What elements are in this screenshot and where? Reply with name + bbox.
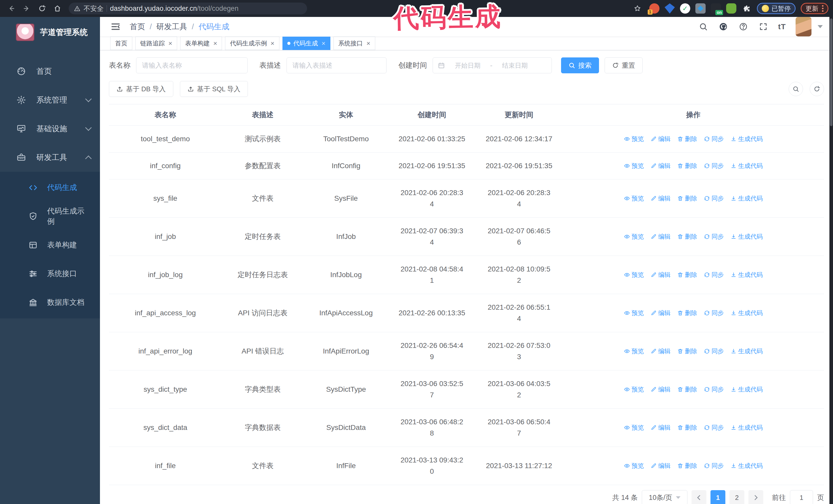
reset-button[interactable]: 重置 [604,57,643,73]
preview-link[interactable]: 预览 [624,384,644,395]
generate-code-link[interactable]: 生成代码 [731,193,763,204]
edit-link[interactable]: 编辑 [650,384,670,395]
bookmark-star-icon[interactable] [631,2,644,15]
delete-link[interactable]: 删除 [677,269,697,281]
import-db-button[interactable]: 基于 DB 导入 [109,81,173,97]
generate-code-link[interactable]: 生成代码 [731,133,763,145]
sync-link[interactable]: 同步 [704,345,724,357]
extensions-puzzle-icon[interactable] [741,3,752,14]
close-icon[interactable]: × [270,40,274,47]
address-bar[interactable]: 不安全 dashboard.yudao.iocoder.cn/tool/code… [69,3,307,14]
preview-link[interactable]: 预览 [624,160,644,171]
breadcrumb-home[interactable]: 首页 [130,22,145,32]
back-icon[interactable] [5,2,18,15]
sync-link[interactable]: 同步 [704,231,724,242]
sync-link[interactable]: 同步 [704,269,724,281]
goto-page-input[interactable] [790,490,813,504]
extension-check-icon[interactable]: ✓ [680,3,690,14]
sync-link[interactable]: 同步 [704,160,724,171]
sidebar-item[interactable]: 基础设施 [0,114,100,143]
generate-code-link[interactable]: 生成代码 [731,460,763,472]
font-size-icon[interactable]: tT [778,22,786,31]
search-icon[interactable] [698,22,709,32]
preview-link[interactable]: 预览 [624,422,644,433]
delete-link[interactable]: 删除 [677,160,697,171]
edit-link[interactable]: 编辑 [650,345,670,357]
fullscreen-icon[interactable] [758,22,768,32]
close-icon[interactable]: × [168,40,172,47]
extension-monkey-icon[interactable] [726,3,736,14]
sync-link[interactable]: 同步 [704,384,724,395]
sidebar-subitem[interactable]: 数据库文档 [0,288,100,317]
generate-code-link[interactable]: 生成代码 [731,307,763,319]
extension-grid-icon[interactable] [695,3,706,14]
preview-link[interactable]: 预览 [624,133,644,145]
delete-link[interactable]: 删除 [677,231,697,242]
table-desc-input[interactable] [287,57,386,73]
sidebar-subitem[interactable]: 代码生成 [0,173,100,202]
github-icon[interactable] [718,22,729,32]
prev-page-button[interactable] [691,490,706,504]
tab-3[interactable]: 表单构建 × [180,37,222,50]
end-date-input[interactable] [495,62,535,69]
tab-4[interactable]: 代码生成示例 × [225,37,279,50]
preview-link[interactable]: 预览 [624,345,644,357]
sync-link[interactable]: 同步 [704,422,724,433]
sidebar-item[interactable]: 首页 [0,57,100,86]
home-icon[interactable] [51,2,64,15]
generate-code-link[interactable]: 生成代码 [731,160,763,171]
close-icon[interactable]: × [213,40,217,47]
page-number-button[interactable]: 1 [711,490,725,504]
import-sql-button[interactable]: 基于 SQL 导入 [180,81,248,97]
generate-code-link[interactable]: 生成代码 [731,269,763,281]
toggle-search-button[interactable] [789,82,803,96]
hamburger-icon[interactable] [110,21,121,32]
tab-6[interactable]: 系统接口 × [333,37,375,50]
caret-down-icon[interactable] [818,25,823,28]
date-range-picker[interactable]: - [433,57,552,73]
close-icon[interactable]: × [366,40,371,47]
sidebar-subitem[interactable]: 表单构建 [0,231,100,259]
delete-link[interactable]: 删除 [677,460,697,472]
sync-link[interactable]: 同步 [704,307,724,319]
refresh-table-button[interactable] [810,82,824,96]
extension-gem-icon[interactable] [665,3,675,14]
generate-code-link[interactable]: 生成代码 [731,422,763,433]
extension-switch-icon[interactable]: on [711,3,721,14]
tab-1[interactable]: 首页 [110,37,132,50]
tab-2[interactable]: 链路追踪 × [135,37,177,50]
delete-link[interactable]: 删除 [677,133,697,145]
update-button[interactable]: 更新 [801,3,828,14]
delete-link[interactable]: 删除 [677,422,697,433]
preview-link[interactable]: 预览 [624,269,644,281]
page-scrollbar[interactable] [829,17,833,504]
scrollbar-thumb[interactable] [830,19,832,126]
kebab-menu-icon[interactable] [822,5,824,12]
edit-link[interactable]: 编辑 [650,133,670,145]
sync-link[interactable]: 同步 [704,460,724,472]
edit-link[interactable]: 编辑 [650,231,670,242]
extension-colorzilla-icon[interactable]: 1 [649,3,660,14]
edit-link[interactable]: 编辑 [650,269,670,281]
next-page-button[interactable] [748,490,763,504]
sync-link[interactable]: 同步 [704,133,724,145]
preview-link[interactable]: 预览 [624,193,644,204]
preview-link[interactable]: 预览 [624,460,644,472]
preview-link[interactable]: 预览 [624,231,644,242]
table-name-input[interactable] [136,57,247,73]
close-icon[interactable]: × [322,40,326,47]
sidebar-subitem[interactable]: 系统接口 [0,259,100,288]
page-size-select[interactable]: 10条/页 [642,490,687,504]
preview-link[interactable]: 预览 [624,307,644,319]
logo-row[interactable]: 芋道管理系统 [0,17,100,48]
sidebar-subitem[interactable]: 代码生成示例 [0,202,100,231]
edit-link[interactable]: 编辑 [650,307,670,319]
avatar[interactable] [795,17,811,37]
edit-link[interactable]: 编辑 [650,422,670,433]
sidebar-item[interactable]: 研发工具 [0,143,100,172]
help-icon[interactable] [738,22,748,32]
edit-link[interactable]: 编辑 [650,193,670,204]
edit-link[interactable]: 编辑 [650,160,670,171]
page-number-button[interactable]: 2 [730,490,744,504]
delete-link[interactable]: 删除 [677,307,697,319]
